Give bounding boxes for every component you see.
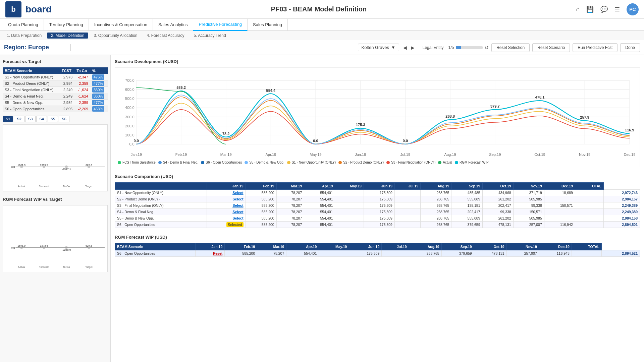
prev-arrow[interactable]: ◀	[402, 44, 408, 51]
nav-predictive-forecasting[interactable]: Predictive Forecasting	[193, 19, 248, 31]
comp-value: 478,131	[482, 222, 513, 228]
nav-arrows: ◀ ▶	[402, 44, 416, 51]
comp-value	[335, 209, 364, 215]
reset-selection-button[interactable]: Reset Selection	[491, 43, 530, 52]
app-logo: b	[5, 1, 21, 17]
legend-label: S4 - Demo & Final Neg.	[163, 161, 199, 164]
next-arrow[interactable]: ▶	[410, 44, 416, 51]
legend-label: S2 - Product Demo (ONLY)	[343, 161, 384, 164]
forecast-row[interactable]: S3 - Final Negotiation (ONLY) 2,249 -1,6…	[3, 87, 108, 93]
col-to-go: To Go	[74, 67, 90, 74]
nav-sales-analytics[interactable]: Sales Analytics	[153, 19, 193, 31]
comp-action[interactable]: Select	[207, 196, 246, 202]
scenario-tab-s6[interactable]: S6	[59, 116, 69, 122]
fcst-value: 2,895	[60, 106, 74, 112]
forecast-row[interactable]: S5 - Demo & New Opp. 2,984 -2,359 477%	[3, 100, 108, 106]
comp-action[interactable]: Select	[207, 202, 246, 209]
comp-value: 175,309	[364, 209, 394, 215]
avatar[interactable]: PC	[627, 3, 639, 15]
menu-icon[interactable]: ☰	[614, 6, 620, 13]
comp-value: 554,401	[304, 196, 335, 202]
col-fcst: FCST	[60, 67, 74, 74]
svg-text:478.1: 478.1	[535, 96, 545, 99]
svg-text:Jul.19: Jul.19	[400, 153, 411, 157]
scenario-tab-s3[interactable]: S3	[25, 116, 36, 122]
rgm-col-7: Jul.19	[382, 243, 409, 250]
comp-value: 175,309	[364, 202, 394, 209]
svg-text:Apr.19: Apr.19	[265, 153, 276, 157]
user-name: Kolten Graves	[362, 45, 389, 50]
comparison-row: S5 - Demo & New Opp.Select585,20078,2075…	[115, 215, 640, 222]
subnav-model-def[interactable]: 2. Model Definition	[47, 33, 88, 39]
comp-value: 78,207	[276, 209, 304, 215]
svg-text:Actual: Actual	[18, 265, 25, 268]
rgm-value: 379,659	[441, 250, 474, 257]
save-icon[interactable]: 💾	[586, 6, 594, 13]
comp-action[interactable]: Select	[207, 209, 246, 215]
region-title: Region: Europe	[4, 44, 71, 51]
comp-value: 175,309	[364, 190, 394, 196]
home-icon[interactable]: ⌂	[576, 6, 580, 13]
rgm-forecast-table: BEAM ScenarioJan.19Feb.19Mar.19Apr.19May…	[115, 243, 640, 257]
refresh-icon[interactable]: ↺	[485, 45, 489, 50]
comp-value: 202,417	[482, 202, 513, 209]
done-button[interactable]: Done	[620, 43, 640, 52]
rgm-col-0: BEAM Scenario	[115, 243, 196, 250]
scenario-tab-s1[interactable]: S1	[3, 116, 13, 122]
forecast-row[interactable]: S4 - Demo & Final Neg. 2,249 -1,624 360%	[3, 93, 108, 100]
rgm-action[interactable]: Reset	[196, 250, 225, 257]
subnav-acc-trend[interactable]: 5. Accuracy Trend	[190, 33, 230, 39]
bar-chart-2: -3-2-10.01.02.03.04.01661.9Actual1232.6F…	[3, 205, 108, 272]
scenario-dev-section: Scenario Development (KUSD) 0.0100.0200.…	[115, 58, 640, 167]
subnav-opp-alloc[interactable]: 3. Opportunity Allocation	[90, 33, 141, 39]
scenario-tab-s5[interactable]: S5	[48, 116, 58, 122]
legend-label: Actual	[443, 161, 452, 164]
comp-action[interactable]: Selected	[207, 222, 246, 228]
svg-text:100.0: 100.0	[125, 133, 135, 137]
forecast-row[interactable]: S2 - Product Demo (ONLY) 2,984 -2,359 47…	[3, 80, 108, 87]
comp-value	[575, 196, 603, 202]
scenario-tab-s2[interactable]: S2	[14, 116, 24, 122]
user-selector[interactable]: Kolten Graves ▼	[358, 44, 399, 51]
forecast-row[interactable]: S6 - Open Opportunities 2,895 -2,269 463…	[3, 106, 108, 112]
pct-value: 477%	[90, 100, 108, 106]
comp-value	[394, 196, 420, 202]
nav-quota-planning[interactable]: Quota Planning	[3, 19, 44, 31]
nav-incentives[interactable]: Incentives & Compensation	[89, 19, 153, 31]
comp-action[interactable]: Select	[207, 190, 246, 196]
comp-value: 202,417	[451, 209, 482, 215]
rgm-col-1: Jan.19	[196, 243, 225, 250]
svg-text:Nov.19: Nov.19	[579, 153, 590, 157]
run-predictive-fcst-button[interactable]: Run Predictive Fcst	[573, 43, 618, 52]
reset-scenario-button[interactable]: Reset Scenario	[532, 43, 570, 52]
svg-text:Oct.19: Oct.19	[534, 153, 545, 157]
nav-territory-planning[interactable]: Territory Planning	[44, 19, 89, 31]
comp-value: 505,985	[513, 215, 544, 222]
rgm-value	[382, 250, 409, 257]
rgm-value: 257,907	[506, 250, 539, 257]
comp-value: 268,765	[421, 215, 451, 222]
nav-bar: Quota Planning Territory Planning Incent…	[0, 19, 644, 31]
subnav-data-prep[interactable]: 1. Data Preparation	[3, 33, 46, 39]
comp-value: 554,401	[304, 209, 335, 215]
legend-color	[287, 161, 290, 164]
subnav-forecast-acc[interactable]: 4. Forecast Accuracy	[143, 33, 189, 39]
comp-value: 150,571	[544, 202, 575, 209]
forecast-row[interactable]: S1 - New Opportunity (ONLY) 2,973 -2,347…	[3, 74, 108, 80]
comp-col-12: Dec.19	[544, 183, 575, 190]
comp-col-1: Jan.19	[207, 183, 246, 190]
comp-value: 268,765	[421, 202, 451, 209]
scenario-tab-s4[interactable]: S4	[36, 116, 47, 122]
fcst-value: 2,249	[60, 87, 74, 93]
scenario-name: S1 - New Opportunity (ONLY)	[3, 74, 60, 80]
comp-scenario-name: S5 - Demo & New Opp.	[115, 215, 207, 222]
comp-value	[335, 215, 364, 222]
comp-col-7: Jul.19	[394, 183, 420, 190]
comp-action[interactable]: Select	[207, 215, 246, 222]
to-go-value: -2,269	[74, 106, 90, 112]
legend-item: S4 - Demo & Final Neg.	[158, 161, 199, 164]
nav-sales-planning[interactable]: Sales Planning	[248, 19, 288, 31]
chat-icon[interactable]: 💬	[600, 6, 608, 13]
comp-value: 555,089	[451, 215, 482, 222]
scenario-name: S5 - Demo & New Opp.	[3, 100, 60, 106]
